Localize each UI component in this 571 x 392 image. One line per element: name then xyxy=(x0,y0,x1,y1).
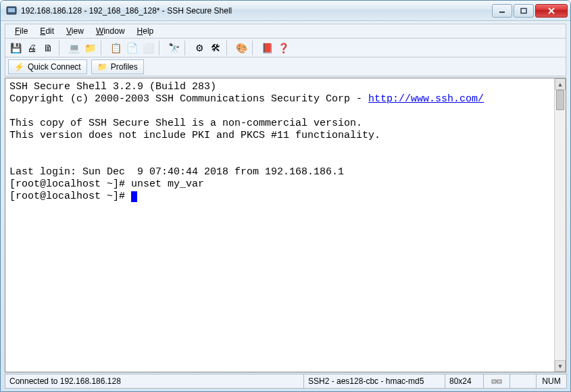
connect-toolbar: ⚡ Quick Connect 📁 Profiles xyxy=(5,57,566,76)
print-preview-icon[interactable]: 🗎 xyxy=(41,41,55,55)
toolbar-separator xyxy=(226,41,230,55)
scroll-up-icon[interactable]: ▲ xyxy=(555,78,566,90)
minimize-button[interactable] xyxy=(492,4,512,18)
find-icon[interactable]: 🔭 xyxy=(166,41,181,55)
colors-icon[interactable]: 🎨 xyxy=(234,41,249,55)
scroll-thumb[interactable] xyxy=(556,90,564,110)
toolbar-separator xyxy=(59,41,63,55)
scroll-down-icon[interactable]: ▼ xyxy=(555,360,566,372)
titlebar: 192.168.186.128 - 192_168_186_128* - SSH… xyxy=(1,1,570,21)
vertical-scrollbar[interactable]: ▲ ▼ xyxy=(554,78,566,372)
terminal-line: This copy of SSH Secure Shell is a non-c… xyxy=(9,118,362,129)
terminal-line: [root@localhost ~]# unset my_var xyxy=(9,178,204,190)
disconnect-icon[interactable]: 🛠 xyxy=(208,41,223,55)
status-indicator-2 xyxy=(510,374,537,389)
toolbar: 💾 🖨 🗎 💻 📁 📋 📄 ⬜ 🔭 ⚙ 🛠 🎨 📕 ❓ xyxy=(5,39,566,57)
cursor-icon xyxy=(131,191,137,202)
settings-icon[interactable]: ⚙ xyxy=(192,41,207,55)
profiles-button[interactable]: 📁 Profiles xyxy=(91,59,144,74)
close-button[interactable] xyxy=(535,4,568,18)
menu-file[interactable]: File xyxy=(9,25,33,37)
paste-icon[interactable]: 📄 xyxy=(124,41,139,55)
toolbar-separator xyxy=(252,41,256,55)
status-cipher: SSH2 - aes128-cbc - hmac-md5 xyxy=(303,374,445,389)
menu-edit[interactable]: Edit xyxy=(34,25,59,37)
window-title: 192.168.186.128 - 192_168_186_128* - SSH… xyxy=(21,6,492,16)
terminal-line: Copyright (c) 2000-2003 SSH Communicatio… xyxy=(9,93,368,105)
app-window: 192.168.186.128 - 192_168_186_128* - SSH… xyxy=(0,0,571,392)
lightning-icon: ⚡ xyxy=(14,62,24,72)
maximize-button[interactable] xyxy=(514,4,534,18)
menu-window[interactable]: Window xyxy=(91,25,130,37)
whats-this-icon[interactable]: ❓ xyxy=(276,41,291,55)
quick-connect-button[interactable]: ⚡ Quick Connect xyxy=(8,59,87,74)
quick-connect-label: Quick Connect xyxy=(28,62,81,72)
folder-icon: 📁 xyxy=(97,62,107,72)
print-icon[interactable]: 🖨 xyxy=(24,41,39,55)
toolbar-separator xyxy=(159,41,163,55)
ssh-link[interactable]: http://www.ssh.com/ xyxy=(368,93,484,105)
app-icon xyxy=(6,5,17,16)
status-connected: Connected to 192.168.186.128 xyxy=(5,374,304,389)
status-numlock: NUM xyxy=(536,374,567,389)
stop-icon: ⬜ xyxy=(141,41,155,55)
status-indicator-1 xyxy=(483,374,510,389)
new-terminal-icon: 💻 xyxy=(66,41,81,55)
copy-icon[interactable]: 📋 xyxy=(108,41,123,55)
menu-view[interactable]: View xyxy=(61,25,89,37)
statusbar: Connected to 192.168.186.128 SSH2 - aes1… xyxy=(5,374,566,389)
svg-rect-7 xyxy=(497,380,501,383)
svg-rect-1 xyxy=(8,8,15,12)
terminal-line: SSH Secure Shell 3.2.9 (Build 283) xyxy=(9,81,216,93)
terminal-prompt: [root@localhost ~]# xyxy=(9,191,131,202)
terminal[interactable]: SSH Secure Shell 3.2.9 (Build 283) Copyr… xyxy=(5,78,554,372)
svg-rect-3 xyxy=(521,8,526,13)
menubar: File Edit View Window Help xyxy=(5,24,566,39)
menu-help[interactable]: Help xyxy=(132,25,159,37)
profiles-label: Profiles xyxy=(111,62,138,72)
svg-rect-6 xyxy=(492,380,496,383)
save-icon[interactable]: 💾 xyxy=(8,41,23,55)
toolbar-separator xyxy=(184,41,189,55)
terminal-line: This version does not include PKI and PK… xyxy=(9,130,380,141)
connection-icon xyxy=(491,377,502,385)
status-termsize: 80x24 xyxy=(445,374,484,389)
window-controls xyxy=(492,4,568,18)
toolbar-separator xyxy=(101,41,105,55)
terminal-line: Last login: Sun Dec 9 07:40:44 2018 from… xyxy=(9,166,344,178)
terminal-container: SSH Secure Shell 3.2.9 (Build 283) Copyr… xyxy=(5,78,566,372)
new-filetransfer-icon[interactable]: 📁 xyxy=(82,41,97,55)
help-icon[interactable]: 📕 xyxy=(259,41,274,55)
